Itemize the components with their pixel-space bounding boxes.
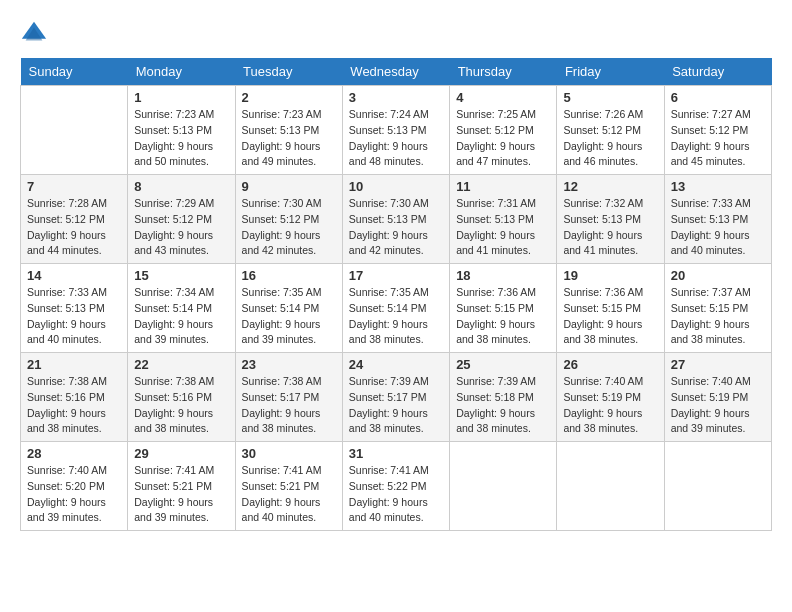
calendar-day-cell: 15Sunrise: 7:34 AMSunset: 5:14 PMDayligh… <box>128 264 235 353</box>
day-info: Sunrise: 7:31 AMSunset: 5:13 PMDaylight:… <box>456 196 550 259</box>
calendar-day-cell: 4Sunrise: 7:25 AMSunset: 5:12 PMDaylight… <box>450 86 557 175</box>
calendar-day-cell <box>664 442 771 531</box>
calendar-day-cell: 12Sunrise: 7:32 AMSunset: 5:13 PMDayligh… <box>557 175 664 264</box>
calendar-day-cell <box>557 442 664 531</box>
calendar-day-cell: 27Sunrise: 7:40 AMSunset: 5:19 PMDayligh… <box>664 353 771 442</box>
day-info: Sunrise: 7:35 AMSunset: 5:14 PMDaylight:… <box>242 285 336 348</box>
day-number: 20 <box>671 268 765 283</box>
calendar-day-cell: 10Sunrise: 7:30 AMSunset: 5:13 PMDayligh… <box>342 175 449 264</box>
day-info: Sunrise: 7:40 AMSunset: 5:19 PMDaylight:… <box>671 374 765 437</box>
day-number: 8 <box>134 179 228 194</box>
day-info: Sunrise: 7:25 AMSunset: 5:12 PMDaylight:… <box>456 107 550 170</box>
day-number: 29 <box>134 446 228 461</box>
calendar-day-cell: 19Sunrise: 7:36 AMSunset: 5:15 PMDayligh… <box>557 264 664 353</box>
calendar-day-cell: 17Sunrise: 7:35 AMSunset: 5:14 PMDayligh… <box>342 264 449 353</box>
day-number: 27 <box>671 357 765 372</box>
calendar-day-cell <box>21 86 128 175</box>
calendar-day-cell: 25Sunrise: 7:39 AMSunset: 5:18 PMDayligh… <box>450 353 557 442</box>
day-number: 11 <box>456 179 550 194</box>
day-info: Sunrise: 7:39 AMSunset: 5:17 PMDaylight:… <box>349 374 443 437</box>
day-number: 22 <box>134 357 228 372</box>
calendar-week-row: 14Sunrise: 7:33 AMSunset: 5:13 PMDayligh… <box>21 264 772 353</box>
calendar-day-cell: 18Sunrise: 7:36 AMSunset: 5:15 PMDayligh… <box>450 264 557 353</box>
weekday-header-cell: Sunday <box>21 58 128 86</box>
day-info: Sunrise: 7:35 AMSunset: 5:14 PMDaylight:… <box>349 285 443 348</box>
day-number: 28 <box>27 446 121 461</box>
day-info: Sunrise: 7:23 AMSunset: 5:13 PMDaylight:… <box>242 107 336 170</box>
calendar-day-cell: 5Sunrise: 7:26 AMSunset: 5:12 PMDaylight… <box>557 86 664 175</box>
calendar-day-cell <box>450 442 557 531</box>
calendar-day-cell: 14Sunrise: 7:33 AMSunset: 5:13 PMDayligh… <box>21 264 128 353</box>
day-info: Sunrise: 7:38 AMSunset: 5:17 PMDaylight:… <box>242 374 336 437</box>
logo <box>20 20 52 48</box>
day-info: Sunrise: 7:41 AMSunset: 5:21 PMDaylight:… <box>134 463 228 526</box>
calendar-day-cell: 1Sunrise: 7:23 AMSunset: 5:13 PMDaylight… <box>128 86 235 175</box>
calendar-day-cell: 7Sunrise: 7:28 AMSunset: 5:12 PMDaylight… <box>21 175 128 264</box>
day-info: Sunrise: 7:34 AMSunset: 5:14 PMDaylight:… <box>134 285 228 348</box>
calendar-day-cell: 31Sunrise: 7:41 AMSunset: 5:22 PMDayligh… <box>342 442 449 531</box>
day-info: Sunrise: 7:36 AMSunset: 5:15 PMDaylight:… <box>456 285 550 348</box>
calendar-week-row: 21Sunrise: 7:38 AMSunset: 5:16 PMDayligh… <box>21 353 772 442</box>
calendar-day-cell: 29Sunrise: 7:41 AMSunset: 5:21 PMDayligh… <box>128 442 235 531</box>
calendar-day-cell: 24Sunrise: 7:39 AMSunset: 5:17 PMDayligh… <box>342 353 449 442</box>
day-number: 5 <box>563 90 657 105</box>
day-number: 12 <box>563 179 657 194</box>
day-number: 30 <box>242 446 336 461</box>
calendar-body: 1Sunrise: 7:23 AMSunset: 5:13 PMDaylight… <box>21 86 772 531</box>
weekday-header-row: SundayMondayTuesdayWednesdayThursdayFrid… <box>21 58 772 86</box>
calendar-day-cell: 16Sunrise: 7:35 AMSunset: 5:14 PMDayligh… <box>235 264 342 353</box>
day-number: 6 <box>671 90 765 105</box>
day-info: Sunrise: 7:23 AMSunset: 5:13 PMDaylight:… <box>134 107 228 170</box>
calendar-table: SundayMondayTuesdayWednesdayThursdayFrid… <box>20 58 772 531</box>
day-number: 26 <box>563 357 657 372</box>
calendar-day-cell: 6Sunrise: 7:27 AMSunset: 5:12 PMDaylight… <box>664 86 771 175</box>
day-number: 13 <box>671 179 765 194</box>
calendar-day-cell: 30Sunrise: 7:41 AMSunset: 5:21 PMDayligh… <box>235 442 342 531</box>
day-info: Sunrise: 7:28 AMSunset: 5:12 PMDaylight:… <box>27 196 121 259</box>
day-info: Sunrise: 7:39 AMSunset: 5:18 PMDaylight:… <box>456 374 550 437</box>
weekday-header-cell: Saturday <box>664 58 771 86</box>
weekday-header-cell: Wednesday <box>342 58 449 86</box>
calendar-week-row: 7Sunrise: 7:28 AMSunset: 5:12 PMDaylight… <box>21 175 772 264</box>
day-number: 9 <box>242 179 336 194</box>
weekday-header-cell: Thursday <box>450 58 557 86</box>
day-info: Sunrise: 7:30 AMSunset: 5:12 PMDaylight:… <box>242 196 336 259</box>
calendar-day-cell: 11Sunrise: 7:31 AMSunset: 5:13 PMDayligh… <box>450 175 557 264</box>
day-info: Sunrise: 7:36 AMSunset: 5:15 PMDaylight:… <box>563 285 657 348</box>
weekday-header-cell: Friday <box>557 58 664 86</box>
day-number: 14 <box>27 268 121 283</box>
day-number: 17 <box>349 268 443 283</box>
day-number: 19 <box>563 268 657 283</box>
day-info: Sunrise: 7:32 AMSunset: 5:13 PMDaylight:… <box>563 196 657 259</box>
calendar-day-cell: 21Sunrise: 7:38 AMSunset: 5:16 PMDayligh… <box>21 353 128 442</box>
calendar-day-cell: 3Sunrise: 7:24 AMSunset: 5:13 PMDaylight… <box>342 86 449 175</box>
day-info: Sunrise: 7:41 AMSunset: 5:21 PMDaylight:… <box>242 463 336 526</box>
calendar-day-cell: 13Sunrise: 7:33 AMSunset: 5:13 PMDayligh… <box>664 175 771 264</box>
day-info: Sunrise: 7:26 AMSunset: 5:12 PMDaylight:… <box>563 107 657 170</box>
day-info: Sunrise: 7:40 AMSunset: 5:20 PMDaylight:… <box>27 463 121 526</box>
day-info: Sunrise: 7:38 AMSunset: 5:16 PMDaylight:… <box>27 374 121 437</box>
day-number: 10 <box>349 179 443 194</box>
day-number: 16 <box>242 268 336 283</box>
calendar-week-row: 28Sunrise: 7:40 AMSunset: 5:20 PMDayligh… <box>21 442 772 531</box>
day-info: Sunrise: 7:27 AMSunset: 5:12 PMDaylight:… <box>671 107 765 170</box>
day-info: Sunrise: 7:40 AMSunset: 5:19 PMDaylight:… <box>563 374 657 437</box>
day-number: 18 <box>456 268 550 283</box>
calendar-day-cell: 20Sunrise: 7:37 AMSunset: 5:15 PMDayligh… <box>664 264 771 353</box>
day-info: Sunrise: 7:41 AMSunset: 5:22 PMDaylight:… <box>349 463 443 526</box>
day-info: Sunrise: 7:38 AMSunset: 5:16 PMDaylight:… <box>134 374 228 437</box>
calendar-day-cell: 26Sunrise: 7:40 AMSunset: 5:19 PMDayligh… <box>557 353 664 442</box>
logo-icon <box>20 20 48 48</box>
calendar-day-cell: 22Sunrise: 7:38 AMSunset: 5:16 PMDayligh… <box>128 353 235 442</box>
day-number: 7 <box>27 179 121 194</box>
day-number: 1 <box>134 90 228 105</box>
calendar-day-cell: 9Sunrise: 7:30 AMSunset: 5:12 PMDaylight… <box>235 175 342 264</box>
weekday-header-cell: Tuesday <box>235 58 342 86</box>
day-number: 24 <box>349 357 443 372</box>
day-number: 25 <box>456 357 550 372</box>
day-number: 2 <box>242 90 336 105</box>
calendar-day-cell: 28Sunrise: 7:40 AMSunset: 5:20 PMDayligh… <box>21 442 128 531</box>
weekday-header-cell: Monday <box>128 58 235 86</box>
day-info: Sunrise: 7:29 AMSunset: 5:12 PMDaylight:… <box>134 196 228 259</box>
day-number: 23 <box>242 357 336 372</box>
